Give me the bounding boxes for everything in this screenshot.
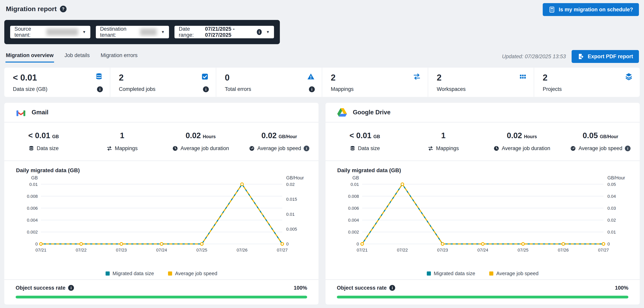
mappings-icon — [106, 145, 112, 151]
success-rate-value: 100% — [615, 285, 628, 291]
stat-label: Mappings — [428, 145, 459, 151]
card-stat-average-job-duration: 0.02HoursAverage job duration — [482, 131, 561, 151]
chevron-down-icon: ▼ — [82, 30, 86, 34]
destination-tenant-dropdown[interactable]: Destination tenant: ▼ — [96, 26, 169, 38]
svg-text:GB/Hour: GB/Hour — [286, 175, 304, 180]
export-pdf-button[interactable]: Export PDF report — [572, 50, 639, 63]
svg-text:07/23: 07/23 — [116, 248, 127, 252]
layers-icon — [625, 73, 633, 81]
chart-legend: Migrated data sizeAverage job speed — [334, 270, 631, 276]
summary-strip: < 0.01Data size (GB)i2Completed jobsi0To… — [4, 68, 640, 97]
service-cards: Gmail< 0.01GBData size1Mappings0.02Hours… — [4, 103, 640, 304]
export-pdf-label: Export PDF report — [588, 54, 633, 60]
gauge-icon — [249, 145, 255, 151]
svg-text:GB: GB — [31, 175, 38, 180]
svg-text:GB/Hour: GB/Hour — [608, 175, 625, 180]
info-icon[interactable]: i — [68, 285, 74, 291]
card-stat-data-size: < 0.01GBData size — [326, 131, 404, 151]
gauge-icon — [570, 145, 576, 151]
svg-text:0.05: 0.05 — [608, 182, 616, 187]
schedule-check-button[interactable]: Is my migration on schedule? — [543, 3, 639, 16]
export-icon — [578, 53, 584, 60]
card-stat-data-size: < 0.01GBData size — [4, 131, 83, 151]
info-icon[interactable]: i — [309, 86, 315, 92]
success-rate-section: Object success rate i100% — [326, 279, 640, 304]
info-icon[interactable]: i — [97, 86, 103, 92]
success-rate-bar — [16, 296, 307, 298]
info-icon[interactable]: i — [389, 285, 395, 291]
daily-migrated-data-chart: GBGB/Hour0.010.0080.0060.0040.00200.020.… — [13, 174, 310, 270]
mappings-icon — [413, 73, 421, 81]
mappings-icon — [428, 145, 434, 151]
tab-migration-overview[interactable]: Migration overview — [6, 50, 54, 63]
success-rate-label: Object success rate i — [16, 285, 74, 291]
stat-value: 0.05GB/Hour — [583, 131, 618, 140]
database-icon — [350, 145, 355, 151]
info-icon[interactable]: i — [625, 145, 630, 151]
database-icon — [28, 145, 34, 151]
tab-job-details[interactable]: Job details — [64, 50, 90, 63]
summary-value: 2 — [437, 73, 466, 82]
svg-text:0: 0 — [286, 242, 289, 246]
destination-tenant-value-redacted — [140, 29, 157, 36]
tab-migration-errors[interactable]: Migration errors — [100, 50, 138, 63]
gmail-logo — [16, 107, 26, 118]
svg-text:07/21: 07/21 — [36, 248, 46, 252]
svg-text:0.006: 0.006 — [348, 206, 359, 211]
stat-value: 1 — [120, 131, 124, 140]
top-bar: Migration report ? Is my migration on sc… — [0, 0, 644, 16]
card-stat-mappings: 1Mappings — [404, 131, 483, 151]
date-range-dropdown[interactable]: Date range: 07/21/2025 - 07/27/2025 i ▼ — [174, 26, 274, 38]
card-google-drive: Google Drive< 0.01GBData size1Mappings0.… — [326, 103, 640, 304]
svg-text:0.02: 0.02 — [608, 218, 616, 223]
summary-value: 2 — [543, 73, 562, 82]
legend-swatch — [168, 271, 172, 275]
card-title: Google Drive — [353, 109, 390, 116]
database-icon — [95, 73, 103, 81]
updated-timestamp: Updated: 07/28/2025 13:53 — [502, 54, 566, 60]
svg-text:0.04: 0.04 — [608, 194, 616, 199]
svg-text:07/27: 07/27 — [277, 248, 288, 252]
chart-section: Daily migrated data (GB)GBGB/Hour0.010.0… — [326, 161, 640, 279]
stat-value: < 0.01GB — [350, 131, 380, 140]
stat-value: 1 — [441, 131, 446, 140]
source-tenant-label: Source tenant: — [14, 26, 44, 38]
legend-item-average-job-speed: Average job speed — [168, 270, 217, 276]
summary-item-projects: 2Projects — [534, 68, 640, 97]
svg-text:0: 0 — [356, 242, 359, 246]
tabs-row: Migration overviewJob detailsMigration e… — [6, 50, 639, 63]
help-icon[interactable]: ? — [60, 6, 66, 12]
svg-text:07/26: 07/26 — [558, 248, 569, 252]
source-tenant-value-redacted — [46, 29, 78, 36]
tabs: Migration overviewJob detailsMigration e… — [6, 50, 138, 63]
stat-label: Average job speedi — [570, 145, 630, 151]
stat-value: 0.02Hours — [186, 131, 216, 140]
summary-label: Workspaces — [437, 86, 466, 92]
info-icon[interactable]: i — [304, 145, 309, 151]
grid-icon — [519, 73, 527, 81]
svg-text:0.006: 0.006 — [27, 206, 38, 211]
svg-text:0.01: 0.01 — [608, 230, 616, 235]
card-stat-average-job-duration: 0.02HoursAverage job duration — [162, 131, 240, 151]
svg-text:0.002: 0.002 — [348, 230, 359, 235]
svg-text:07/27: 07/27 — [598, 248, 609, 252]
svg-text:07/24: 07/24 — [477, 248, 488, 252]
svg-text:0: 0 — [608, 242, 610, 246]
card-stat-average-job-speed: 0.02GB/HourAverage job speedi — [240, 131, 319, 151]
tabs-right: Updated: 07/28/2025 13:53 Export PDF rep… — [502, 50, 639, 63]
source-tenant-dropdown[interactable]: Source tenant: ▼ — [10, 26, 90, 38]
svg-text:0.008: 0.008 — [27, 194, 38, 199]
success-rate-value: 100% — [294, 285, 307, 291]
destination-tenant-label: Destination tenant: — [100, 26, 138, 38]
legend-item-migrated-data-size: Migrated data size — [427, 270, 475, 276]
stat-label: Data size — [28, 145, 59, 151]
stat-label: Average job duration — [172, 145, 229, 151]
svg-text:07/26: 07/26 — [236, 248, 248, 252]
summary-value: 2 — [331, 73, 354, 82]
chart-legend: Migrated data sizeAverage job speed — [13, 270, 310, 276]
legend-swatch — [427, 271, 431, 275]
info-icon[interactable]: i — [203, 86, 209, 92]
info-icon[interactable]: i — [257, 29, 262, 35]
summary-label: Total errors — [225, 86, 251, 92]
card-title: Gmail — [32, 109, 48, 116]
